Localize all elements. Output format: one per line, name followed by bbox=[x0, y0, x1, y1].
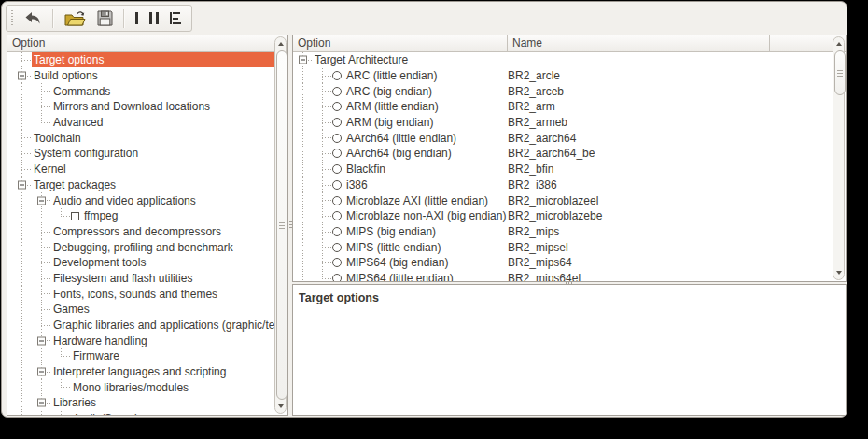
left-vertical-scrollbar[interactable] bbox=[274, 36, 287, 414]
tree-item[interactable]: Build options bbox=[7, 68, 274, 84]
tree-item-label: ARM (little endian) bbox=[344, 99, 441, 114]
radio-icon[interactable] bbox=[332, 274, 342, 281]
radio-icon[interactable] bbox=[332, 102, 342, 111]
tree-item[interactable]: Mono libraries/modules bbox=[7, 379, 274, 395]
tree-guide bbox=[12, 364, 32, 380]
tree-item[interactable]: Games bbox=[7, 302, 274, 318]
tree-connector bbox=[12, 130, 32, 146]
scroll-up-icon[interactable] bbox=[833, 38, 844, 50]
radio-icon[interactable] bbox=[332, 196, 342, 205]
scrollbar-thumb[interactable] bbox=[276, 50, 287, 400]
config-tree-panel: Option Target optionsBuild optionsComman… bbox=[7, 35, 288, 416]
radio-icon[interactable] bbox=[332, 258, 342, 267]
tree-item[interactable]: Target Architecture bbox=[293, 52, 833, 68]
tree-item[interactable]: BlackfinBR2_bfin bbox=[293, 162, 833, 177]
tree-item[interactable]: Advanced bbox=[7, 115, 274, 131]
tree-item[interactable]: Audio and video applications bbox=[7, 192, 274, 208]
tree-item[interactable]: Libraries bbox=[7, 395, 274, 411]
tree-item[interactable]: MIPS64 (big endian)BR2_mips64 bbox=[293, 255, 833, 271]
tree-item[interactable]: AArch64 (big endian)BR2_aarch64_be bbox=[293, 146, 833, 162]
tree-item[interactable]: ARM (big endian)BR2_armeb bbox=[293, 115, 833, 131]
tree-item-label: Microblaze AXI (little endian) bbox=[344, 193, 490, 208]
tree-item[interactable]: Mirrors and Download locations bbox=[7, 99, 274, 115]
tree-item[interactable]: Graphic libraries and applications (grap… bbox=[7, 318, 274, 333]
scroll-up-icon[interactable] bbox=[275, 38, 286, 50]
tree-item[interactable]: ARM (little endian)BR2_arm bbox=[293, 99, 833, 115]
tree-item[interactable]: Microblaze non-AXI (big endian)BR2_micro… bbox=[293, 208, 833, 224]
toolbar-grip-icon[interactable] bbox=[10, 10, 13, 27]
radio-icon[interactable] bbox=[332, 164, 342, 174]
right-vertical-scrollbar[interactable] bbox=[833, 36, 845, 280]
radio-icon[interactable] bbox=[332, 149, 342, 158]
save-button[interactable] bbox=[93, 7, 117, 31]
expander-minus-icon[interactable] bbox=[18, 180, 26, 189]
tree-item[interactable]: MIPS64 (little endian)BR2_mips64el bbox=[293, 271, 833, 281]
radio-icon[interactable] bbox=[332, 227, 342, 236]
tree-item[interactable]: i386BR2_i386 bbox=[293, 177, 833, 193]
tree-guide bbox=[12, 379, 32, 395]
tree-item[interactable]: Commands bbox=[7, 83, 274, 99]
tree-item[interactable]: Microblaze AXI (little endian)BR2_microb… bbox=[293, 192, 833, 208]
undo-button[interactable] bbox=[21, 7, 46, 31]
radio-icon[interactable] bbox=[332, 211, 342, 220]
tree-item[interactable]: System configuration bbox=[7, 146, 274, 162]
option-column-header[interactable]: Option bbox=[293, 35, 508, 51]
tree-connector bbox=[51, 379, 71, 395]
tree-item[interactable]: Audio/Sound bbox=[7, 411, 274, 415]
help-panel: Target options bbox=[292, 284, 847, 416]
toolbar-separator bbox=[52, 9, 54, 28]
scroll-down-icon[interactable] bbox=[275, 401, 286, 412]
tree-item[interactable]: ARC (little endian)BR2_arcle bbox=[293, 68, 833, 84]
tree-item[interactable]: ffmpeg bbox=[7, 208, 274, 224]
tree-item[interactable]: MIPS (little endian)BR2_mipsel bbox=[293, 239, 833, 255]
tree-item[interactable]: Compressors and decompressors bbox=[7, 224, 274, 240]
radio-icon[interactable] bbox=[332, 71, 342, 80]
tree-item[interactable]: Toolchain bbox=[7, 130, 274, 146]
name-column-header[interactable]: Name bbox=[508, 35, 770, 51]
tree-connector bbox=[32, 302, 51, 318]
tree-item-label: MIPS (big endian) bbox=[344, 224, 438, 239]
expander-minus-icon[interactable] bbox=[18, 72, 26, 80]
tree-item-label: Kernel bbox=[32, 162, 68, 177]
split-view-button[interactable] bbox=[146, 7, 162, 31]
tree-connector bbox=[32, 318, 51, 333]
tree-item[interactable]: Interpreter languages and scripting bbox=[7, 364, 274, 380]
tree-item[interactable]: Development tools bbox=[7, 255, 274, 271]
tree-item[interactable]: AArch64 (little endian)BR2_aarch64 bbox=[293, 130, 833, 146]
open-folder-icon bbox=[64, 10, 86, 27]
tree-guide bbox=[12, 286, 32, 302]
tree-item-label: Firmware bbox=[71, 348, 121, 363]
tree-item[interactable]: Target packages bbox=[7, 177, 274, 193]
tree-item[interactable]: Kernel bbox=[7, 162, 274, 177]
tree-item[interactable]: ARC (big endian)BR2_arceb bbox=[293, 83, 833, 99]
radio-icon[interactable] bbox=[332, 180, 342, 190]
tree-connector bbox=[313, 83, 332, 99]
tree-item-label: Target Architecture bbox=[313, 52, 410, 67]
tree-connector bbox=[32, 239, 51, 255]
tree-item[interactable]: Hardware handling bbox=[7, 333, 274, 348]
tree-connector bbox=[32, 271, 51, 287]
expander-minus-icon[interactable] bbox=[37, 336, 46, 345]
checkbox-icon[interactable] bbox=[71, 212, 79, 220]
radio-icon[interactable] bbox=[332, 243, 342, 252]
radio-icon[interactable] bbox=[332, 118, 342, 127]
tree-guide bbox=[12, 115, 32, 131]
single-view-button[interactable] bbox=[132, 7, 142, 31]
tree-item[interactable]: Debugging, profiling and benchmark bbox=[7, 239, 274, 255]
tree-item[interactable]: MIPS (big endian)BR2_mips bbox=[293, 224, 833, 240]
radio-icon[interactable] bbox=[332, 87, 342, 96]
expander-minus-icon[interactable] bbox=[299, 56, 307, 64]
tree-item[interactable]: Target options bbox=[7, 52, 274, 68]
expander-minus-icon[interactable] bbox=[37, 196, 46, 205]
expander-minus-icon[interactable] bbox=[37, 399, 46, 407]
tree-item[interactable]: Firmware bbox=[7, 348, 274, 364]
option-column-header[interactable]: Option bbox=[7, 35, 287, 51]
full-view-button[interactable] bbox=[166, 7, 186, 31]
open-button[interactable] bbox=[61, 7, 90, 31]
radio-icon[interactable] bbox=[332, 134, 342, 143]
scroll-down-icon[interactable] bbox=[833, 267, 844, 278]
tree-item[interactable]: Filesystem and flash utilities bbox=[7, 271, 274, 287]
tree-item[interactable]: Fonts, icons, sounds and themes bbox=[7, 286, 274, 302]
expander-minus-icon[interactable] bbox=[37, 368, 46, 376]
scrollbar-thumb[interactable] bbox=[834, 50, 846, 95]
